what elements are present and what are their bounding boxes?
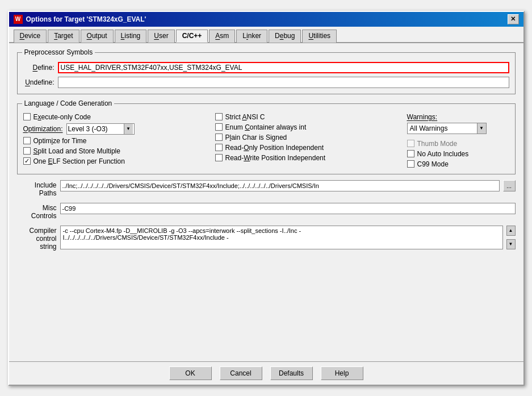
optimization-value: Level 3 (-O3) (68, 125, 123, 133)
thumb-mode-checkbox[interactable] (407, 140, 414, 147)
warnings-label: Warnings: (407, 113, 509, 121)
enum-container-row: Enum Container always int (215, 123, 401, 131)
bottom-bar: OK Cancel Defaults Help (9, 361, 523, 385)
c99-mode-checkbox[interactable] (407, 160, 414, 168)
warnings-row: All Warnings ▼ (407, 123, 509, 134)
optimization-select[interactable]: Level 3 (-O3) ▼ (66, 123, 135, 135)
optimize-time-checkbox[interactable] (23, 137, 31, 144)
optimize-time-label: Optimize for Time (33, 137, 87, 145)
undefine-label: Undefine: (23, 78, 55, 86)
undefine-input[interactable] (58, 77, 509, 88)
no-auto-includes-checkbox[interactable] (407, 150, 414, 157)
compiler-control-input[interactable]: -c --cpu Cortex-M4.fp -D__MICROLIB -g -O… (60, 226, 503, 249)
read-write-label: Read-Write Position Independent (225, 154, 326, 162)
split-load-label: Split Load and Store Multiple (33, 147, 120, 155)
c99-mode-row: C99 Mode (407, 160, 509, 168)
optimization-row: Optimization: Level 3 (-O3) ▼ (23, 123, 210, 135)
scroll-down-btn[interactable]: ▼ (506, 239, 516, 249)
enum-container-checkbox[interactable] (215, 123, 223, 131)
split-load-checkbox[interactable] (23, 147, 31, 155)
optimization-arrow[interactable]: ▼ (124, 124, 133, 134)
app-icon: W (14, 15, 23, 24)
plain-char-row: Plain Char is Signed (215, 134, 401, 141)
read-only-label: Read-Only Position Independent (225, 144, 324, 152)
tab-bar: Device Target Output Listing User C/C++ … (9, 27, 523, 43)
warnings-select[interactable]: All Warnings ▼ (407, 123, 487, 134)
include-paths-label: IncludePaths (17, 180, 57, 197)
language-group-label: Language / Code Generation (22, 99, 115, 107)
read-write-row: Read-Write Position Independent (215, 154, 401, 162)
define-row: Define: (23, 62, 509, 73)
execute-only-checkbox[interactable] (23, 113, 31, 120)
misc-controls-input[interactable] (60, 203, 516, 214)
title-bar-left: W Options for Target 'STM324xG_EVAL' (14, 15, 146, 24)
language-group: Language / Code Generation Execute-only … (17, 103, 516, 174)
c99-mode-label: C99 Mode (417, 160, 449, 168)
split-load-row: Split Load and Store Multiple (23, 147, 210, 155)
one-elf-row: One ELF Section per Function (23, 157, 210, 165)
close-button[interactable]: ✕ (508, 14, 519, 24)
strict-ansi-checkbox[interactable] (215, 113, 223, 120)
define-label: Define: (23, 64, 55, 72)
tab-debug[interactable]: Debug (269, 30, 301, 43)
browse-button[interactable]: ... (503, 180, 516, 191)
cancel-button[interactable]: Cancel (220, 366, 262, 380)
read-write-checkbox[interactable] (215, 154, 223, 161)
main-dialog: W Options for Target 'STM324xG_EVAL' ✕ D… (8, 11, 525, 386)
thumb-mode-label: Thumb Mode (417, 140, 458, 148)
lang-col-right: Warnings: All Warnings ▼ Thumb Mode (407, 113, 509, 168)
no-auto-includes-label: No Auto Includes (417, 150, 469, 158)
misc-controls-label: MiscControls (17, 203, 57, 220)
tab-asm[interactable]: Asm (209, 30, 235, 43)
scroll-up-btn[interactable]: ▲ (506, 226, 516, 236)
ok-button[interactable]: OK (169, 366, 212, 380)
tab-output[interactable]: Output (81, 30, 114, 43)
include-paths-input[interactable] (60, 180, 500, 191)
thumb-mode-row: Thumb Mode (407, 140, 509, 148)
tab-listing[interactable]: Listing (115, 30, 147, 43)
strict-ansi-label: Strict ANSI C (225, 113, 265, 121)
plain-char-checkbox[interactable] (215, 134, 223, 141)
plain-char-label: Plain Char is Signed (225, 134, 287, 141)
main-content: Preprocessor Symbols Define: Undefine: L… (9, 43, 523, 361)
enum-container-label: Enum Container always int (225, 123, 307, 131)
optimization-label: Optimization: (23, 125, 63, 133)
preprocessor-group-label: Preprocessor Symbols (22, 48, 95, 56)
tab-target[interactable]: Target (48, 30, 79, 43)
window-title: Options for Target 'STM324xG_EVAL' (26, 15, 146, 23)
compiler-control-row: Compilercontrolstring -c --cpu Cortex-M4… (17, 226, 516, 251)
warnings-arrow[interactable]: ▼ (477, 123, 486, 134)
define-input[interactable] (58, 62, 509, 73)
title-bar: W Options for Target 'STM324xG_EVAL' ✕ (9, 12, 523, 27)
warnings-section: Warnings: All Warnings ▼ (407, 113, 509, 134)
tab-utilities[interactable]: Utilities (302, 30, 337, 43)
execute-only-row: Execute-only Code (23, 113, 210, 121)
tab-device[interactable]: Device (14, 30, 47, 43)
undefine-row: Undefine: (23, 77, 509, 88)
preprocessor-group: Preprocessor Symbols Define: Undefine: (17, 52, 516, 94)
lang-col-mid: Strict ANSI C Enum Container always int … (215, 113, 401, 168)
tab-user[interactable]: User (148, 30, 174, 43)
compiler-control-label: Compilercontrolstring (17, 226, 57, 251)
tab-linker[interactable]: Linker (236, 30, 267, 43)
help-button[interactable]: Help (321, 366, 363, 380)
strict-ansi-row: Strict ANSI C (215, 113, 401, 121)
lang-col-left: Execute-only Code Optimization: Level 3 … (23, 113, 210, 168)
read-only-checkbox[interactable] (215, 144, 223, 151)
no-auto-includes-row: No Auto Includes (407, 150, 509, 158)
misc-controls-row: MiscControls (17, 203, 516, 220)
read-only-row: Read-Only Position Independent (215, 144, 401, 152)
one-elf-label: One ELF Section per Function (33, 157, 125, 165)
one-elf-checkbox[interactable] (23, 157, 31, 165)
optimize-time-row: Optimize for Time (23, 137, 210, 145)
defaults-button[interactable]: Defaults (270, 366, 313, 380)
execute-only-label: Execute-only Code (33, 113, 91, 121)
compiler-scroll-btns: ▲ ▼ (506, 226, 516, 249)
include-paths-row: IncludePaths ... (17, 180, 516, 197)
warnings-value: All Warnings (408, 124, 477, 132)
tab-cpp[interactable]: C/C++ (176, 30, 208, 43)
